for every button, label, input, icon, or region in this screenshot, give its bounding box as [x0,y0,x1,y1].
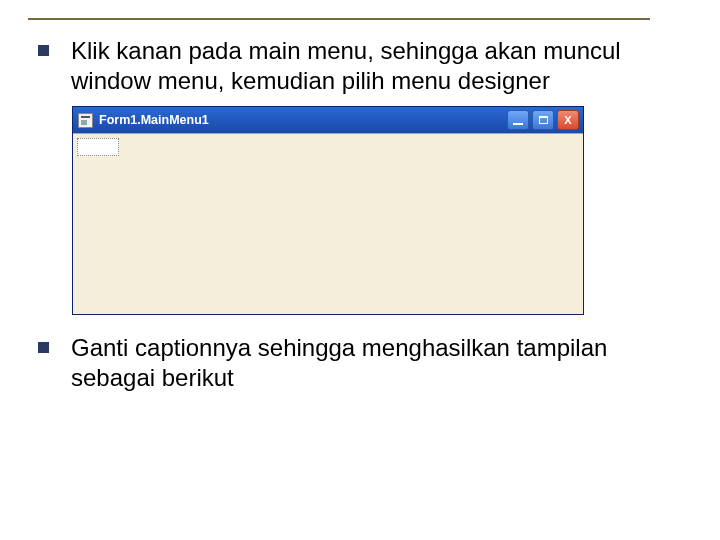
bullet-item-1: Klik kanan pada main menu, sehingga akan… [20,36,700,96]
minimize-button[interactable] [507,110,529,130]
menu-designer-window: Form1.MainMenu1 X [72,106,584,315]
square-bullet-icon [38,45,49,56]
bullet-text: Klik kanan pada main menu, sehingga akan… [71,36,631,96]
screenshot-figure: Form1.MainMenu1 X [72,106,582,315]
titlebar: Form1.MainMenu1 X [73,107,583,133]
slide: Klik kanan pada main menu, sehingga akan… [0,0,720,540]
window-client-area [73,133,583,314]
close-button[interactable]: X [557,110,579,130]
close-icon: X [564,114,571,126]
menu-item-placeholder[interactable] [77,138,119,156]
maximize-button[interactable] [532,110,554,130]
bullet-text: Ganti captionnya sehingga menghasilkan t… [71,333,631,393]
maximize-icon [539,116,548,124]
bullet-item-2: Ganti captionnya sehingga menghasilkan t… [20,333,700,393]
window-buttons: X [507,110,579,130]
square-bullet-icon [38,342,49,353]
window-title: Form1.MainMenu1 [99,113,507,127]
app-icon [78,113,93,128]
minimize-icon [513,123,523,125]
top-rule [28,18,650,20]
